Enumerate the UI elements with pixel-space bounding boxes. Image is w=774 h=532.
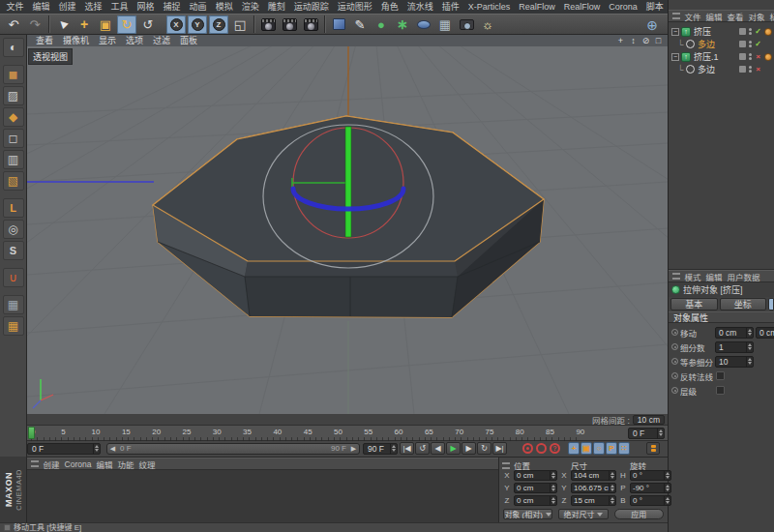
- next-frame-button[interactable]: ▶: [461, 442, 476, 455]
- menu-创建[interactable]: 创建: [54, 0, 80, 14]
- stepper[interactable]: [550, 471, 556, 480]
- playhead[interactable]: [28, 427, 35, 439]
- visibility-dots-icon[interactable]: [749, 53, 752, 60]
- viewport-menu-过滤[interactable]: 过滤: [148, 35, 175, 46]
- menu-脚本[interactable]: 脚本: [641, 0, 668, 14]
- stepper[interactable]: [657, 429, 664, 438]
- viewport-menu-显示[interactable]: 显示: [94, 35, 121, 46]
- lock-workplane-button[interactable]: ▦: [3, 295, 24, 314]
- checkbox[interactable]: [716, 386, 725, 395]
- menu-选择[interactable]: 选择: [80, 0, 106, 14]
- om-menu-文件[interactable]: 文件: [682, 11, 703, 22]
- value-field[interactable]: 0 cm: [514, 470, 557, 481]
- current-frame-field[interactable]: 0 F: [27, 443, 101, 455]
- visibility-dots-icon[interactable]: [749, 66, 752, 73]
- stepper[interactable]: [664, 484, 670, 492]
- add-spline-button[interactable]: ✎: [350, 15, 370, 34]
- object-name[interactable]: 挤压: [694, 25, 738, 38]
- object-name[interactable]: 多边: [698, 38, 738, 50]
- object-name[interactable]: 多边: [698, 63, 738, 75]
- stepper[interactable]: [550, 496, 556, 505]
- phong-tag-icon[interactable]: [764, 53, 772, 61]
- keyframe-options-button[interactable]: ?: [549, 442, 561, 455]
- tab-object-partial[interactable]: [768, 298, 774, 310]
- add-deformer-button[interactable]: [414, 15, 433, 34]
- tab-coordinates[interactable]: 坐标: [720, 298, 767, 310]
- stepper-down-icon[interactable]: [666, 501, 670, 504]
- scale-button[interactable]: ▣: [96, 15, 115, 34]
- render-picture-viewer-button[interactable]: [280, 15, 299, 34]
- edges-mode-button[interactable]: ▥: [3, 150, 24, 169]
- workplane-mode-button[interactable]: ◆: [3, 107, 24, 127]
- range-left-arrow-icon[interactable]: ◀: [107, 445, 118, 453]
- enabled-toggle[interactable]: ✓: [754, 27, 762, 36]
- stepper[interactable]: [390, 444, 397, 454]
- play-forwards-button[interactable]: ▶: [446, 442, 461, 455]
- am-menu-用户数据[interactable]: 用户数据: [725, 271, 762, 282]
- menu-运动跟踪[interactable]: 运动跟踪: [289, 0, 333, 14]
- render-settings-button[interactable]: [301, 15, 320, 34]
- stepper[interactable]: [93, 444, 100, 454]
- menu-工具[interactable]: 工具: [106, 0, 133, 14]
- stepper[interactable]: [609, 471, 615, 480]
- stepper-up-icon[interactable]: [610, 485, 614, 488]
- enabled-toggle[interactable]: ×: [754, 52, 762, 61]
- render-view-button[interactable]: [258, 15, 278, 34]
- menu-角色[interactable]: 角色: [376, 0, 402, 14]
- last-used-tool-button[interactable]: ↺: [138, 15, 158, 34]
- stepper[interactable]: [664, 496, 670, 505]
- previous-frame-button[interactable]: ◀: [431, 442, 445, 455]
- size-mode-dropdown[interactable]: 绝对尺寸: [558, 509, 608, 519]
- menu-插件[interactable]: 插件: [437, 0, 463, 14]
- key-parameter-button[interactable]: P: [606, 442, 617, 455]
- animation-dot-icon[interactable]: [671, 358, 678, 365]
- value-field[interactable]: -90 °: [630, 483, 671, 493]
- stepper[interactable]: [550, 484, 556, 492]
- record-keyframe-button[interactable]: [521, 442, 534, 455]
- add-camera-button[interactable]: [457, 15, 476, 34]
- stepper-down-icon[interactable]: [666, 488, 670, 491]
- visibility-dots-icon[interactable]: [749, 41, 752, 47]
- menu-运动图形[interactable]: 运动图形: [333, 0, 376, 14]
- points-mode-button[interactable]: ◻: [3, 129, 24, 148]
- loop-playback-button[interactable]: ↻: [477, 442, 491, 455]
- stepper-up-icon[interactable]: [748, 358, 752, 361]
- enable-axis-button[interactable]: L: [3, 198, 24, 218]
- timeline-ruler[interactable]: 051015202530354045505560657075808590 0 F: [27, 426, 668, 441]
- animation-dot-icon[interactable]: [671, 372, 678, 379]
- value-field[interactable]: 106.675 cm: [571, 483, 616, 493]
- menu-渲染[interactable]: 渲染: [237, 0, 263, 14]
- menu-RealFlow[interactable]: RealFlow: [559, 0, 605, 14]
- stepper-up-icon[interactable]: [610, 497, 614, 500]
- stepper-up-icon[interactable]: [551, 485, 555, 488]
- add-generator-button[interactable]: ●: [372, 15, 391, 34]
- viewport-menu-摄像机[interactable]: 摄像机: [58, 35, 94, 46]
- viewport[interactable]: 查看摄像机显示选项过滤面板 +↕⊘□ 透视视图: [27, 35, 668, 414]
- go-to-end-button[interactable]: ▶|: [492, 442, 507, 455]
- add-primitive-button[interactable]: [329, 15, 348, 34]
- redo-button[interactable]: ↷: [25, 15, 45, 34]
- value-field[interactable]: 0 °: [630, 470, 671, 481]
- am-menu-编辑[interactable]: 编辑: [703, 271, 725, 282]
- stepper-up-icon[interactable]: [610, 472, 614, 475]
- value-field[interactable]: 15 cm: [571, 495, 616, 506]
- make-editable-button[interactable]: ◐: [3, 38, 24, 57]
- object-row[interactable]: └多边×: [669, 63, 774, 75]
- key-rotation-button[interactable]: ○: [593, 442, 605, 455]
- layer-icon[interactable]: [739, 53, 746, 60]
- value-field[interactable]: 10: [715, 356, 754, 368]
- coord-mode-dropdown[interactable]: 对象 (相对): [503, 509, 552, 519]
- stepper-up-icon[interactable]: [666, 472, 670, 475]
- enable-snap-button[interactable]: S: [3, 241, 24, 260]
- stepper[interactable]: [609, 496, 615, 505]
- om-menu-标签[interactable]: 标签: [767, 11, 774, 22]
- stepper-up-icon[interactable]: [551, 497, 555, 500]
- menu-动画[interactable]: 动画: [185, 0, 211, 14]
- menu-文件[interactable]: 文件: [2, 0, 28, 14]
- value-field[interactable]: 104 cm: [571, 470, 616, 481]
- value-field[interactable]: 0 cm: [514, 495, 557, 506]
- material-menu-编辑[interactable]: 编辑: [94, 458, 115, 470]
- apply-button[interactable]: 应用: [614, 509, 664, 519]
- stepper-down-icon[interactable]: [748, 362, 752, 365]
- panel-menu-icon[interactable]: [672, 273, 680, 280]
